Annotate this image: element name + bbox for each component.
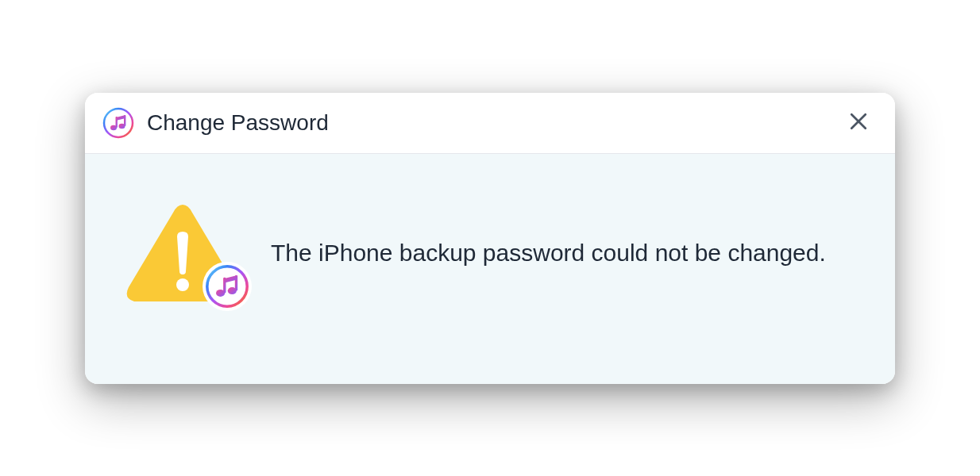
close-icon: [847, 109, 870, 136]
itunes-icon: [203, 262, 252, 311]
titlebar-left-group: Change Password: [102, 107, 329, 139]
itunes-icon: [102, 107, 134, 139]
warning-icon-group: [123, 202, 242, 305]
svg-point-0: [104, 109, 133, 137]
close-button[interactable]: [844, 109, 873, 137]
change-password-dialog: Change Password: [85, 93, 895, 384]
svg-point-8: [207, 266, 247, 305]
svg-point-7: [176, 278, 189, 291]
dialog-body: The iPhone backup password could not be …: [85, 154, 895, 384]
error-message: The iPhone backup password could not be …: [271, 237, 826, 268]
dialog-titlebar: Change Password: [85, 93, 895, 154]
dialog-title: Change Password: [147, 110, 329, 136]
